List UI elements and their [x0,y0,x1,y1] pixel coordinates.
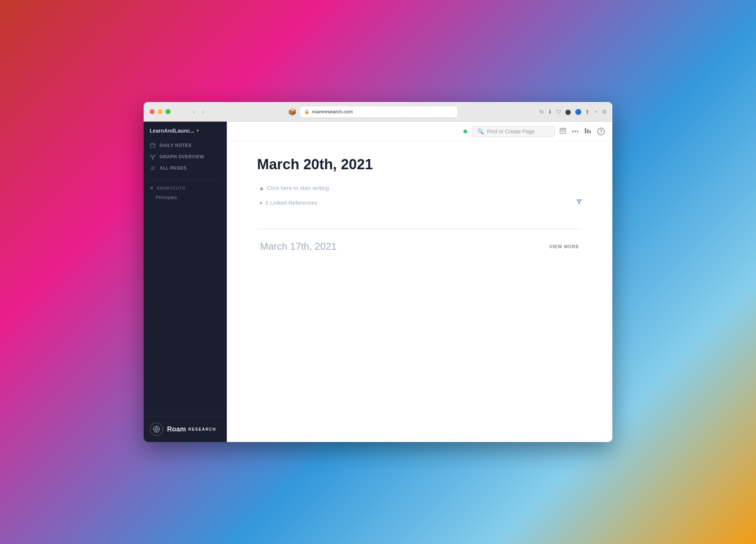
traffic-lights [150,109,170,114]
filter-icon[interactable] [576,199,582,206]
minimize-button[interactable] [158,109,163,114]
content-divider [257,229,582,229]
svg-rect-24 [561,131,562,132]
star-icon: ★ [150,185,154,190]
linked-refs-toggle[interactable]: ▶ 6 Linked References [260,199,318,206]
triangle-icon: ▶ [260,201,263,205]
sidebar: LearnAndLaunc... ▾ DAILY NOTES [144,122,227,442]
svg-line-9 [153,156,154,156]
start-writing-placeholder: Click here to start writing [267,185,329,191]
sidebar-item-daily-notes[interactable]: DAILY NOTES [144,140,227,151]
app-layout: LearnAndLaunc... ▾ DAILY NOTES [144,122,612,442]
list-icon [150,165,156,171]
research-text: RESEARCH [188,427,216,431]
url-text: roamresearch.com [312,109,353,114]
refresh-icon[interactable]: ↻ [539,109,544,115]
roam-logo-circle [150,422,163,436]
sidebar-link-principles[interactable]: Principles [144,193,227,202]
next-page-section: March 17th, 2021 VIEW MORE [257,241,582,252]
top-bar-icons: ••• ? [559,127,605,136]
search-icon: 🔍 [477,128,484,134]
next-page-title: March 17th, 2021 [260,241,336,252]
main-content: 🔍 Find or Create Page [227,122,612,442]
view-more-button[interactable]: VIEW MORE [549,244,579,249]
linked-references-label: 6 Linked References [265,199,318,206]
sidebar-item-graph-overview[interactable]: GRAPH OVERVIEW [144,151,227,162]
bullet-dot [260,187,263,190]
svg-point-6 [154,155,155,156]
address-bar[interactable]: 🔒 roamresearch.com [299,106,458,118]
new-tab-icon[interactable]: ＋ [593,108,599,115]
svg-rect-0 [150,144,155,148]
svg-rect-26 [564,131,565,132]
svg-rect-28 [587,129,589,133]
start-writing-line[interactable]: Click here to start writing [257,185,582,191]
share-icon[interactable]: ⬆ [585,109,590,115]
search-box[interactable]: 🔍 Find or Create Page [472,126,555,137]
calendar-grid-icon[interactable] [559,127,566,136]
graph-overview-label: GRAPH OVERVIEW [160,154,204,159]
roam-favicon: 📦 [288,108,296,116]
principles-link-label: Principles [156,195,177,200]
svg-point-5 [150,155,152,156]
svg-rect-25 [562,131,564,132]
calendar-icon [150,142,156,148]
sidebar-header: LearnAndLaunc... ▾ [144,122,227,137]
svg-point-7 [152,158,153,159]
top-bar: 🔍 Find or Create Page [227,122,612,141]
workspace-name[interactable]: LearnAndLaunc... ▾ [150,128,199,134]
shortcuts-section: ★ SHORTCUTS [144,183,227,193]
svg-rect-29 [589,130,591,133]
nav-arrows: ‹ › [190,108,207,116]
forward-button[interactable]: › [199,108,207,116]
lock-icon: 🔒 [304,109,310,114]
sidebar-footer: Roam RESEARCH [144,416,227,442]
maximize-button[interactable] [166,109,170,114]
page-content[interactable]: March 20th, 2021 Click here to start wri… [227,141,612,442]
sidebar-nav: DAILY NOTES GRAPH [144,137,227,177]
linked-refs-header: ▶ 6 Linked References [260,199,582,206]
shield-icon[interactable]: 🛡 [556,109,561,115]
graph-view-icon[interactable] [584,128,592,135]
browser-chrome: ‹ › 📦 🔒 roamresearch.com ↻ ⬇ 🛡 ⬤ 🔵 ⬆ ＋ ⧉ [144,102,612,122]
close-button[interactable] [150,109,155,114]
workspace-chevron-icon: ▾ [197,128,199,133]
back-button[interactable]: ‹ [190,108,198,116]
daily-notes-label: DAILY NOTES [160,143,192,148]
tabs-icon[interactable]: ⧉ [603,108,606,115]
shortcuts-label: SHORTCUTS [157,186,186,190]
linked-references-section: ▶ 6 Linked References [257,199,582,206]
connection-status-dot [463,130,467,133]
circle-icon[interactable]: ⬤ [565,109,571,115]
download-icon[interactable]: ⬇ [548,109,552,115]
graph-icon [150,154,156,160]
sidebar-divider [150,180,221,180]
all-pages-label: ALL PAGES [160,165,187,171]
search-placeholder: Find or Create Page [487,128,534,134]
workspace-name-text: LearnAndLaunc... [150,128,194,134]
tab-icon [178,109,184,115]
address-bar-container: 📦 🔒 roamresearch.com [211,106,535,118]
browser-ext-icons: ↻ ⬇ 🛡 ⬤ 🔵 ⬆ ＋ ⧉ [539,108,606,115]
svg-rect-27 [585,128,586,133]
help-icon[interactable]: ? [597,128,605,135]
browser-window: ‹ › 📦 🔒 roamresearch.com ↻ ⬇ 🛡 ⬤ 🔵 ⬆ ＋ ⧉ [144,102,612,442]
roam-logo-text: Roam RESEARCH [167,425,216,433]
more-options-icon[interactable]: ••• [572,128,579,135]
svg-line-8 [152,156,152,156]
page-title: March 20th, 2021 [257,156,582,173]
sidebar-item-all-pages[interactable]: ALL PAGES [144,162,227,174]
bitwarden-icon[interactable]: 🔵 [575,109,581,115]
roam-text: Roam [167,425,186,433]
svg-point-15 [155,428,158,430]
